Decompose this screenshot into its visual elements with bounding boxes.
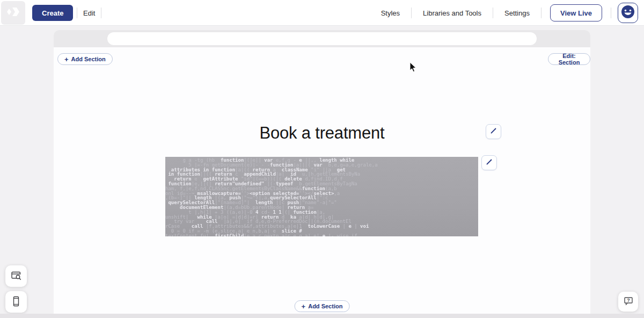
mobile-phone-icon xyxy=(10,295,22,309)
duda-logo-icon xyxy=(6,6,20,20)
code-image[interactable]: g a -tg (hb function|(|e|| var e,f,g - e… xyxy=(165,157,478,236)
add-section-top-button[interactable]: + Add Section xyxy=(57,53,113,65)
pencil-icon xyxy=(489,127,497,136)
separator xyxy=(541,8,541,18)
edit-menu-button[interactable]: Edit xyxy=(83,0,95,26)
site-canvas: + Add Section Edit: Section Book a treat… xyxy=(54,30,590,314)
code-image-text: g a -tg (hb function|(|e|| var e,f,g - e… xyxy=(165,158,478,236)
separator xyxy=(611,8,611,18)
mobile-preview-button[interactable] xyxy=(5,291,27,313)
edit-section-label: Edit: Section xyxy=(555,53,583,66)
separator xyxy=(101,8,101,18)
help-bubble-icon: ? xyxy=(623,295,634,308)
plus-icon: + xyxy=(64,56,69,63)
smiley-avatar-icon xyxy=(620,4,635,21)
add-section-label: Add Section xyxy=(71,56,106,62)
editor-app: Create Edit Styles Libraries and Tools S… xyxy=(0,0,644,318)
plus-icon: + xyxy=(302,303,306,310)
help-chat-button[interactable]: ? xyxy=(618,292,638,312)
nav-settings[interactable]: Settings xyxy=(500,9,535,17)
nav-styles[interactable]: Styles xyxy=(376,9,405,17)
add-section-bottom-button[interactable]: + Add Section xyxy=(295,300,350,312)
nav-libraries-and-tools[interactable]: Libraries and Tools xyxy=(418,9,486,17)
create-button[interactable]: Create xyxy=(32,5,73,21)
view-live-button[interactable]: View Live xyxy=(550,4,602,21)
account-avatar-button[interactable] xyxy=(618,3,638,23)
topbar-right-nav: Styles Libraries and Tools Settings View… xyxy=(376,0,638,26)
separator xyxy=(77,8,77,18)
pencil-icon xyxy=(485,158,493,168)
separator xyxy=(493,8,493,18)
preview-site-button[interactable] xyxy=(5,265,27,287)
edit-heading-button[interactable] xyxy=(486,124,501,139)
add-section-label: Add Section xyxy=(308,303,342,309)
question-mark-glyph: ? xyxy=(627,298,630,303)
edit-section-button[interactable]: Edit: Section xyxy=(548,53,590,65)
page-address-pill[interactable] xyxy=(107,32,537,45)
top-bar: Create Edit Styles Libraries and Tools S… xyxy=(0,0,644,26)
page-title[interactable]: Book a treatment xyxy=(54,124,590,143)
browser-search-icon xyxy=(10,270,22,283)
separator xyxy=(411,8,412,18)
edit-image-button[interactable] xyxy=(481,155,497,170)
app-logo[interactable] xyxy=(1,1,25,25)
canvas-top-bar xyxy=(54,30,590,47)
canvas-bottom-gutter xyxy=(0,314,644,318)
